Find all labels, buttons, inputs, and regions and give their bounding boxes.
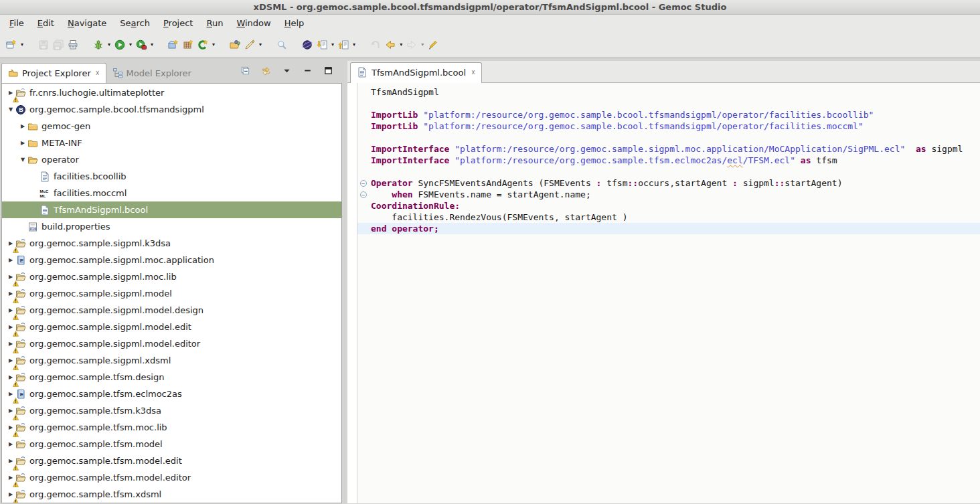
menu-file[interactable]: File xyxy=(3,16,31,30)
annotation-ruler[interactable] xyxy=(347,83,357,503)
project-explorer-view: Project Explorer ☓ Model Explorer ▶fr.cn… xyxy=(1,61,342,503)
back-button[interactable]: ▾ xyxy=(383,37,404,52)
fold-collapse-icon[interactable]: − xyxy=(360,180,367,187)
view-tabs: Project Explorer ☓ Model Explorer xyxy=(1,61,238,83)
tree-item[interactable]: ▶META-INF xyxy=(2,135,341,151)
tree-item[interactable]: ▶org.gemoc.sample.tfsm.xdsml xyxy=(2,486,341,503)
tree-item[interactable]: ▶org.gemoc.sample.tfsm.model.edit xyxy=(2,452,341,469)
tree-item[interactable]: ▶org.gemoc.sample.sigpml.xdsml xyxy=(2,352,341,369)
minimize-button[interactable] xyxy=(301,64,315,78)
view-menu-button[interactable] xyxy=(280,64,294,78)
tree-item[interactable]: ▼Borg.gemoc.sample.bcool.tfsmandsigpml xyxy=(2,101,341,118)
dropdown-arrow-icon[interactable]: ▾ xyxy=(400,41,402,48)
menu-search[interactable]: Search xyxy=(113,16,157,30)
save-button[interactable] xyxy=(36,37,51,52)
tree-item-label: org.gemoc.sample.sigpml.model.editor xyxy=(29,339,204,349)
tree-item[interactable]: ▼operator xyxy=(2,151,341,168)
editor-body: TfsmAndSigpmlImportLib "platform:/resour… xyxy=(347,83,980,503)
next-annotation-icon xyxy=(317,39,327,50)
tab-model-explorer[interactable]: Model Explorer xyxy=(106,64,197,83)
project-tree[interactable]: ▶fr.cnrs.luchogie.ultimateplotter▼Borg.g… xyxy=(1,83,342,503)
last-edit-location-button[interactable] xyxy=(368,37,383,52)
tree-item[interactable]: ▶org.gemoc.sample.tfsm.model xyxy=(2,436,341,452)
plugin-project-icon xyxy=(15,355,26,366)
tree-item[interactable]: ▶Eorg.gemoc.sample.tfsm.eclmoc2as xyxy=(2,386,341,402)
open-web-browser-button[interactable] xyxy=(300,37,315,52)
tree-item-label: facilities.bcoollib xyxy=(54,171,131,181)
previous-annotation-button[interactable]: ▾ xyxy=(336,37,357,52)
tree-item[interactable]: ▶org.gemoc.sample.sigpml.model.design xyxy=(2,302,341,319)
brush-button[interactable]: ▾ xyxy=(242,37,264,52)
tree-item[interactable]: ▶org.gemoc.sample.tfsm.design xyxy=(2,369,341,386)
expand-arrow-icon[interactable]: ▶ xyxy=(6,441,15,447)
dropdown-arrow-icon[interactable]: ▾ xyxy=(259,41,262,48)
collapse-all-button[interactable] xyxy=(238,64,252,78)
next-annotation-button[interactable]: ▾ xyxy=(315,37,336,52)
new-gemoc-project-button[interactable] xyxy=(166,37,181,52)
tree-item[interactable]: ▶org.gemoc.sample.sigpml.model.edit xyxy=(2,319,341,335)
dropdown-arrow-icon[interactable]: ▾ xyxy=(129,41,132,48)
tree-item[interactable]: ▶org.gemoc.sample.sigpml.k3dsa xyxy=(2,235,341,252)
run-external-tools-button[interactable]: ▾ xyxy=(134,37,155,52)
tree-item-label: org.gemoc.sample.tfsm.model xyxy=(29,439,167,449)
tree-item-label: operator xyxy=(42,155,83,165)
tree-item[interactable]: TfsmAndSigpml.bcool xyxy=(2,201,341,218)
collapse-arrow-icon[interactable]: ▼ xyxy=(18,157,27,163)
menu-help[interactable]: Help xyxy=(278,16,311,30)
tree-item[interactable]: facilities.bcoollib xyxy=(2,168,341,185)
fold-column xyxy=(357,86,369,98)
menu-navigate[interactable]: Navigate xyxy=(61,16,113,30)
tree-item[interactable]: 010build.properties xyxy=(2,218,341,235)
tree-item-label: org.gemoc.sample.sigpml.model.design xyxy=(29,305,208,315)
tree-item[interactable]: ▶org.gemoc.sample.sigpml.model xyxy=(2,285,341,302)
forward-button[interactable]: ▾ xyxy=(404,37,426,52)
tab-project-explorer[interactable]: Project Explorer ☓ xyxy=(1,63,106,83)
panel-sash[interactable] xyxy=(342,61,347,503)
tree-item[interactable]: McCMLfacilities.moccml xyxy=(2,185,341,201)
dropdown-arrow-icon[interactable]: ▾ xyxy=(212,41,215,48)
dropdown-arrow-icon[interactable]: ▾ xyxy=(353,41,355,48)
mark-occurrences-button[interactable] xyxy=(426,37,440,52)
tree-item-label: build.properties xyxy=(42,222,114,232)
expand-arrow-icon[interactable]: ▶ xyxy=(6,257,15,263)
maximize-button[interactable] xyxy=(321,64,335,78)
import-button[interactable] xyxy=(228,37,242,52)
expand-arrow-icon[interactable]: ▶ xyxy=(18,123,27,129)
save-all-button[interactable] xyxy=(51,37,66,52)
close-icon[interactable]: ☓ xyxy=(470,68,475,77)
new-plugin-project-button[interactable] xyxy=(181,37,195,52)
warning-overlay-icon xyxy=(13,312,19,318)
tree-item[interactable]: ▶org.gemoc.sample.tfsm.model.editor xyxy=(2,469,341,486)
collapse-arrow-icon[interactable]: ▼ xyxy=(6,106,15,112)
tree-item[interactable]: ▶org.gemoc.sample.sigpml.moc.lib xyxy=(2,268,341,285)
close-icon[interactable]: ☓ xyxy=(94,69,100,78)
tree-item[interactable]: ▶org.gemoc.sample.sigpml.model.editor xyxy=(2,335,341,352)
menu-project[interactable]: Project xyxy=(157,16,200,30)
dropdown-arrow-icon[interactable]: ▾ xyxy=(21,41,23,48)
ecore-project-icon: E xyxy=(15,255,26,266)
dropdown-arrow-icon[interactable]: ▾ xyxy=(421,41,424,48)
expand-arrow-icon[interactable]: ▶ xyxy=(18,140,27,146)
link-with-editor-button[interactable] xyxy=(259,64,273,78)
search-button[interactable] xyxy=(274,37,289,52)
menu-edit[interactable]: Edit xyxy=(31,16,61,30)
print-button[interactable] xyxy=(66,37,80,52)
tree-item[interactable]: ▶gemoc-gen xyxy=(2,118,341,135)
dropdown-arrow-icon[interactable]: ▾ xyxy=(331,41,334,48)
tree-item[interactable]: ▶fr.cnrs.luchogie.ultimateplotter xyxy=(2,84,341,101)
debug-button[interactable]: ▾ xyxy=(91,37,112,52)
run-button[interactable]: ▾ xyxy=(112,37,134,52)
tab-editor-tfsmandsigpml[interactable]: TfsmAndSigpml.bcool ☓ xyxy=(350,62,482,83)
menu-window[interactable]: Window xyxy=(230,16,277,30)
new-clock-constraint-button[interactable]: ▾ xyxy=(195,37,217,52)
toolbar-group xyxy=(36,37,80,52)
code-editor[interactable]: TfsmAndSigpmlImportLib "platform:/resour… xyxy=(357,83,980,503)
tree-item[interactable]: ▶Eorg.gemoc.sample.sigpml.moc.applicatio… xyxy=(2,252,341,268)
tree-item[interactable]: ▶org.gemoc.sample.tfsm.k3dsa xyxy=(2,402,341,419)
tree-item[interactable]: ▶org.gemoc.sample.tfsm.moc.lib xyxy=(2,419,341,436)
fold-collapse-icon[interactable]: − xyxy=(360,191,367,198)
new-wizard-button[interactable]: ▾ xyxy=(4,37,25,52)
menu-run[interactable]: Run xyxy=(199,16,230,30)
dropdown-arrow-icon[interactable]: ▾ xyxy=(151,41,153,48)
dropdown-arrow-icon[interactable]: ▾ xyxy=(108,41,110,48)
